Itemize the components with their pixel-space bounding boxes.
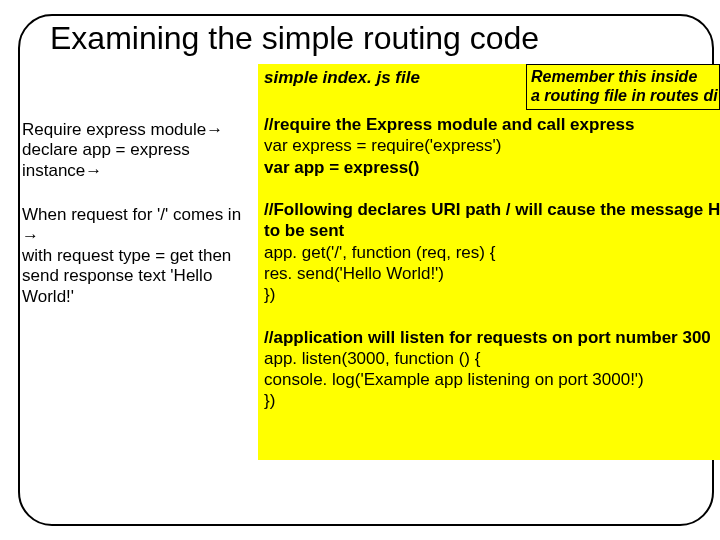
code-line — [264, 305, 720, 326]
slide-title: Examining the simple routing code — [50, 20, 539, 57]
remember-line2: a routing file in routes di — [531, 86, 715, 105]
slide: Examining the simple routing code Requir… — [0, 0, 720, 540]
code-block: simple index. js file //require the Expr… — [258, 64, 720, 464]
left-note-2: When request for '/' comes in → with req… — [22, 205, 254, 307]
left-column: Require express module→ declare app = ex… — [22, 120, 254, 307]
code-line: app. listen(3000, function () { — [264, 348, 720, 369]
code-line: console. log('Example app listening on p… — [264, 369, 720, 390]
code-line: }) — [264, 390, 720, 411]
code-lines: //require the Express module and call ex… — [264, 114, 720, 412]
remember-line1: Remember this inside — [531, 67, 715, 86]
code-line: }) — [264, 284, 720, 305]
code-line: app. get('/', function (req, res) { — [264, 242, 720, 263]
remember-callout: Remember this inside a routing file in r… — [526, 64, 720, 110]
code-header: simple index. js file — [264, 68, 420, 88]
code-line — [264, 178, 720, 199]
code-line: //require the Express module and call ex… — [264, 114, 720, 135]
code-line: var express = require('express') — [264, 135, 720, 156]
code-line: res. send('Hello World!') — [264, 263, 720, 284]
code-line: var app = express() — [264, 157, 720, 178]
code-line: to be sent — [264, 220, 720, 241]
code-line: //Following declares URI path / will cau… — [264, 199, 720, 220]
left-note-1: Require express module→ declare app = ex… — [22, 120, 254, 181]
code-line: //application will listen for requests o… — [264, 327, 720, 348]
